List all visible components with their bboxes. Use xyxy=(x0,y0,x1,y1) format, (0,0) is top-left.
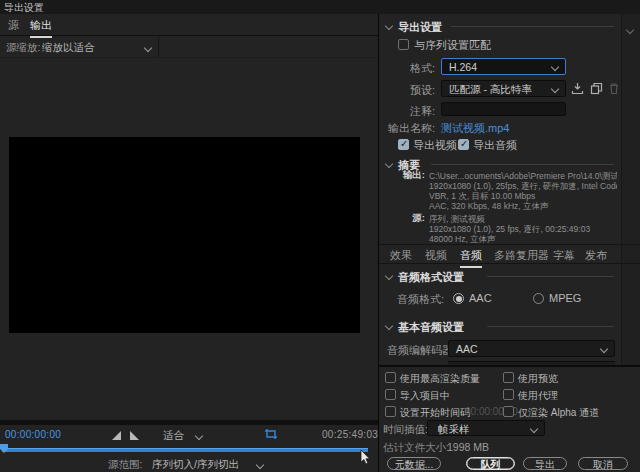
current-timecode[interactable]: 00:00:00:00 xyxy=(5,429,61,440)
match-sequence-checkbox[interactable] xyxy=(398,39,409,50)
comments-label: 注释: xyxy=(379,104,435,119)
chevron-down-icon[interactable] xyxy=(195,432,203,440)
source-range-select[interactable]: 序列切入/序列切出 xyxy=(152,458,239,472)
audio-format-label: 音频格式: xyxy=(397,292,444,307)
summary-output-line: 1920x1080 (1.0), 25fps, 逐行, 硬件加速, Intel … xyxy=(429,181,617,191)
mark-out-icon[interactable] xyxy=(130,431,139,440)
crop-icon[interactable] xyxy=(264,428,278,440)
export-button[interactable]: 导出 xyxy=(523,457,567,470)
tab-captions[interactable]: 字幕 xyxy=(553,248,575,266)
import-preset-icon[interactable] xyxy=(590,82,603,95)
summary-output-label: 输出: xyxy=(397,170,425,180)
divider xyxy=(0,420,378,425)
estimated-size-value: 1998 MB xyxy=(447,441,489,453)
summary-output-line: C:\User...ocuments\Adobe\Premiere Pro\14… xyxy=(429,171,617,181)
match-sequence-label: 与序列设置匹配 xyxy=(414,39,491,52)
render-alpha-only-label: 仅渲染 Alpha 通道 xyxy=(518,406,599,420)
tab-video[interactable]: 视频 xyxy=(425,248,447,266)
summary-source-line: 序列, 测试视频 xyxy=(429,214,617,224)
divider xyxy=(379,365,640,367)
source-scaling-select[interactable]: 缩放以适合 xyxy=(42,41,95,55)
delete-preset-icon[interactable] xyxy=(608,82,620,95)
summary-source-label: 源: xyxy=(397,213,425,223)
export-audio-label: 导出音频 xyxy=(473,139,517,152)
divider xyxy=(158,35,159,57)
window-title: 导出设置 xyxy=(4,1,44,15)
settings-panel: 导出设置 与序列设置匹配 格式: H.264 预设: 匹配源 - 高比特率 xyxy=(379,14,640,472)
use-proxies-checkbox[interactable] xyxy=(503,389,514,400)
tab-publish[interactable]: 发布 xyxy=(585,248,607,266)
chevron-down-icon[interactable] xyxy=(256,461,264,469)
preview-panel: 源 输出 源缩放: 缩放以适合 00:00:00:00 适合 00:25:49:… xyxy=(0,14,379,472)
collapse-chevron-icon[interactable] xyxy=(385,272,393,280)
duration-timecode: 00:25:49:03 xyxy=(322,429,378,440)
audio-format-header: 音频格式设置 xyxy=(398,270,464,285)
video-preview[interactable] xyxy=(9,137,360,333)
use-previews-checkbox[interactable] xyxy=(503,372,514,383)
output-name-link[interactable]: 测试视频.mp4 xyxy=(441,121,509,136)
tab-source[interactable]: 源 xyxy=(8,18,19,36)
settings-tabbar: 效果 视频 音频 多路复用器 字幕 发布 xyxy=(379,245,640,264)
export-settings-header: 导出设置 xyxy=(398,20,442,35)
render-alpha-only-checkbox[interactable] xyxy=(503,406,514,417)
import-into-project-label: 导入项目中 xyxy=(400,389,450,403)
audio-codec-select[interactable]: AAC xyxy=(448,340,615,357)
chevron-down-icon xyxy=(600,345,608,353)
format-select[interactable]: H.264 xyxy=(441,58,566,75)
summary-source-line: 48000 Hz, 立体声 xyxy=(429,234,617,244)
divider xyxy=(451,26,614,27)
timeline-scrubber[interactable] xyxy=(2,448,368,452)
preset-label: 预设: xyxy=(379,83,435,98)
save-preset-icon[interactable] xyxy=(571,82,584,95)
mpeg-radio[interactable] xyxy=(533,293,544,304)
export-settings-dialog: 导出设置 源 输出 源缩放: 缩放以适合 00:00:00:00 适合 00:2… xyxy=(0,0,640,472)
tab-output[interactable]: 输出 xyxy=(30,18,52,38)
export-audio-checkbox[interactable] xyxy=(458,139,469,150)
titlebar: 导出设置 xyxy=(0,0,640,15)
summary-source-line: 1920x1080 (1.0), 25 fps, 逐行, 00:25:49:03 xyxy=(429,224,617,234)
time-interpolation-label: 时间插值: xyxy=(383,423,428,437)
cancel-button[interactable]: 取消 xyxy=(578,457,628,470)
divider xyxy=(487,326,614,327)
collapse-chevron-icon[interactable] xyxy=(385,22,393,30)
source-range-label: 源范围: xyxy=(108,458,142,472)
divider xyxy=(0,57,378,58)
zoom-level-select[interactable]: 适合 xyxy=(163,429,184,443)
queue-button[interactable]: 队列 xyxy=(466,457,515,470)
time-interpolation-select[interactable]: 帧采样 xyxy=(427,420,545,436)
divider xyxy=(431,164,614,165)
audio-codec-label: 音频编解码器 xyxy=(387,343,453,358)
mark-in-icon[interactable] xyxy=(112,431,121,440)
basic-audio-header: 基本音频设置 xyxy=(398,320,464,335)
max-render-quality-label: 使用最高渲染质量 xyxy=(400,372,480,386)
mouse-cursor xyxy=(360,450,372,465)
tab-audio[interactable]: 音频 xyxy=(460,248,482,268)
use-proxies-label: 使用代理 xyxy=(518,389,558,403)
divider xyxy=(487,276,614,277)
estimated-size-label: 估计文件大小: xyxy=(383,441,449,455)
export-video-checkbox[interactable] xyxy=(398,139,409,150)
aac-radio-label: AAC xyxy=(469,292,492,305)
import-into-project-checkbox[interactable] xyxy=(385,389,396,400)
start-timecode-checkbox[interactable] xyxy=(385,406,396,417)
summary-output-line: VBR, 1 次, 目标 10.00 Mbps xyxy=(429,191,617,201)
format-label: 格式: xyxy=(379,61,435,76)
chevron-down-icon xyxy=(530,425,538,433)
collapse-chevron-icon[interactable] xyxy=(385,160,393,168)
collapse-chevron-icon[interactable] xyxy=(385,322,393,330)
use-previews-label: 使用预览 xyxy=(518,372,558,386)
chevron-down-icon xyxy=(551,85,559,93)
chevron-down-icon[interactable] xyxy=(144,44,152,52)
metadata-button[interactable]: 元数据... xyxy=(387,457,441,470)
max-render-quality-checkbox[interactable] xyxy=(385,372,396,383)
chevron-down-icon xyxy=(551,63,559,71)
mpeg-radio-label: MPEG xyxy=(549,292,581,305)
tab-multiplexer[interactable]: 多路复用器 xyxy=(494,248,549,266)
comments-input[interactable] xyxy=(441,102,566,116)
aac-radio[interactable] xyxy=(453,293,464,304)
scroll-strip[interactable] xyxy=(622,14,640,365)
preset-select[interactable]: 匹配源 - 高比特率 xyxy=(441,80,566,97)
tab-effects[interactable]: 效果 xyxy=(390,248,412,266)
summary-output-line: AAC, 320 Kbps, 48 kHz, 立体声 xyxy=(429,201,617,211)
output-name-label: 输出名称: xyxy=(379,121,435,136)
